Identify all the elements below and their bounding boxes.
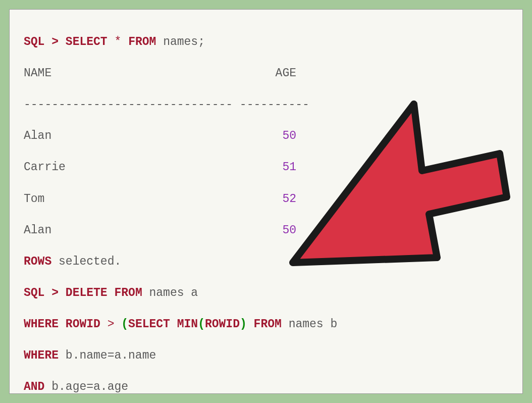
txt-gt: > xyxy=(108,318,122,331)
paren-open: ( xyxy=(198,318,205,331)
kw-rowid: ROWID xyxy=(205,318,240,331)
prompt-gt: > xyxy=(51,286,59,299)
sql-prompt: SQL xyxy=(24,286,44,299)
sql-line-delete: SQL > DELETE FROM names a xyxy=(24,285,508,301)
table-row: Alan50 xyxy=(24,128,508,144)
txt-selected: selected. xyxy=(59,255,121,268)
kw-from: FROM xyxy=(128,35,156,48)
txt-names-b: names b xyxy=(289,318,338,331)
paren-open: ( xyxy=(121,318,128,331)
cell-name: Tom xyxy=(24,191,236,207)
sql-prompt: SQL xyxy=(24,35,44,48)
header-sep: ------------------------------ ---------… xyxy=(24,97,508,113)
txt-cond2: b.age=a.age xyxy=(51,380,128,393)
sql-line-select1: SQL > SELECT * FROM names; xyxy=(24,34,508,50)
rows-selected: ROWS selected. xyxy=(24,254,508,270)
cell-age: 51 xyxy=(236,160,296,175)
kw-min: MIN xyxy=(177,318,198,331)
kw-where: WHERE xyxy=(24,318,59,331)
col-header-name: NAME xyxy=(24,66,236,81)
kw-rowid: ROWID xyxy=(66,318,100,331)
sql-terminal: SQL > SELECT * FROM names; NAMEAGE -----… xyxy=(9,9,523,394)
col-header-age: AGE xyxy=(236,66,296,81)
txt-names: names; xyxy=(163,35,205,48)
kw-delete: DELETE FROM xyxy=(66,286,142,299)
kw-select: SELECT xyxy=(128,318,170,331)
kw-from: FROM xyxy=(254,318,282,331)
kw-where: WHERE xyxy=(24,349,59,362)
cell-age: 50 xyxy=(236,128,296,144)
cell-age: 50 xyxy=(236,223,296,238)
header-row: NAMEAGE xyxy=(24,66,508,81)
sql-line-where1: WHERE ROWID > (SELECT MIN(ROWID) FROM na… xyxy=(24,317,508,332)
sql-line-and: AND b.age=a.age xyxy=(24,379,508,394)
kw-star: * xyxy=(115,35,122,48)
cell-name: Carrie xyxy=(24,160,236,175)
cell-name: Alan xyxy=(24,128,236,144)
kw-rows: ROWS xyxy=(24,255,51,268)
prompt-gt: > xyxy=(51,35,59,48)
sql-line-where2: WHERE b.name=a.name xyxy=(24,348,508,364)
table-row: Tom52 xyxy=(24,191,508,207)
cell-name: Alan xyxy=(24,223,236,238)
kw-and: AND xyxy=(24,380,44,393)
txt-cond1: b.name=a.name xyxy=(66,349,156,362)
paren-close: ) xyxy=(240,318,247,331)
table-row: Alan50 xyxy=(24,223,508,238)
table-row: Carrie51 xyxy=(24,160,508,175)
cell-age: 52 xyxy=(236,191,296,207)
txt-names-a: names a xyxy=(149,286,198,299)
kw-select: SELECT xyxy=(66,35,108,48)
